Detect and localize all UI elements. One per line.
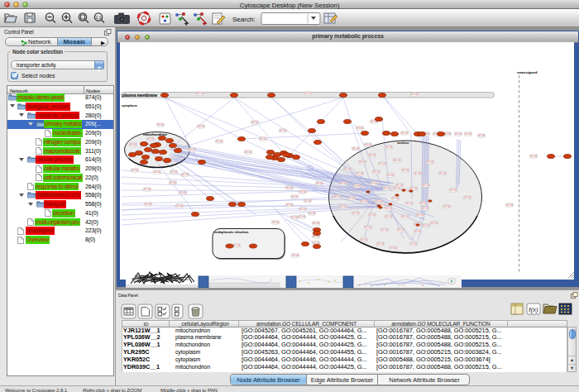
svg-text:endoplasmic reticulum: endoplasmic reticulum	[214, 231, 249, 234]
svg-text:unassigned: unassigned	[517, 70, 538, 74]
svg-text:Search:: Search:	[232, 16, 256, 23]
svg-text:1:1: 1:1	[96, 15, 102, 20]
svg-text:f(x): f(x)	[529, 306, 538, 313]
svg-text:cytoplasm: cytoplasm	[122, 104, 137, 108]
svg-text:plasma membrane: plasma membrane	[122, 93, 158, 98]
svg-text:mitochondrion: mitochondrion	[143, 132, 167, 136]
svg-text:nucleus: nucleus	[397, 141, 409, 145]
